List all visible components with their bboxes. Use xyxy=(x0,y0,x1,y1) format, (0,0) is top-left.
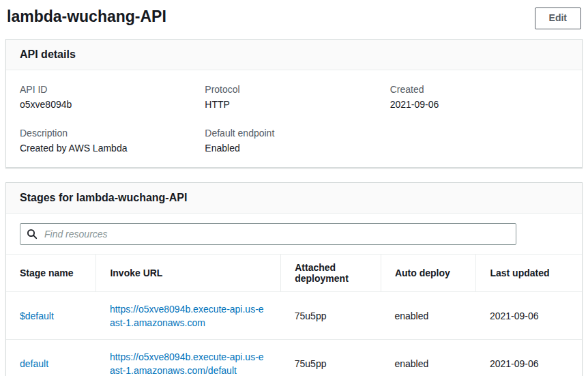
page-header: lambda-wuchang-API Edit xyxy=(5,5,583,39)
column-header-attached-deployment: Attached deployment xyxy=(281,254,381,291)
api-details-card: API details API ID o5xve8094b Protocol H… xyxy=(5,39,583,168)
stage-link[interactable]: default xyxy=(20,358,48,369)
stages-title: Stages for lambda-wuchang-API xyxy=(6,183,582,214)
stages-table: Stage name Invoke URL Attached deploymen… xyxy=(6,254,582,376)
column-header-invoke-url: Invoke URL xyxy=(96,254,281,291)
field-api-id-value: o5xve8094b xyxy=(20,99,198,110)
page: lambda-wuchang-API Edit API details API … xyxy=(0,0,588,376)
table-row: $default https://o5xve8094b.execute-api.… xyxy=(6,291,582,340)
field-description: Description Created by AWS Lambda xyxy=(20,128,198,154)
page-title: lambda-wuchang-API xyxy=(7,8,166,27)
column-header-stage-name: Stage name xyxy=(6,254,96,291)
attached-deployment-cell: 75u5pp xyxy=(281,340,381,376)
field-description-label: Description xyxy=(20,128,198,139)
last-updated-cell: 2021-09-06 xyxy=(476,291,582,340)
field-created-label: Created xyxy=(390,84,568,95)
invoke-url-link[interactable]: https://o5xve8094b.execute-api.us-east-1… xyxy=(110,304,264,328)
field-empty xyxy=(390,128,568,154)
column-header-auto-deploy: Auto deploy xyxy=(381,254,476,291)
column-header-last-updated: Last updated xyxy=(476,254,582,291)
field-api-id-label: API ID xyxy=(20,84,198,95)
attached-deployment-cell: 75u5pp xyxy=(281,291,381,340)
search-icon xyxy=(27,229,38,240)
search-box[interactable] xyxy=(20,223,516,245)
stage-link[interactable]: $default xyxy=(20,310,54,321)
field-created: Created 2021-09-06 xyxy=(390,84,568,110)
table-header-row: Stage name Invoke URL Attached deploymen… xyxy=(6,254,582,291)
table-row: default https://o5xve8094b.execute-api.u… xyxy=(6,340,582,376)
stages-card: Stages for lambda-wuchang-API Stage name… xyxy=(5,182,583,376)
field-description-value: Created by AWS Lambda xyxy=(20,143,198,154)
field-protocol: Protocol HTTP xyxy=(205,84,383,110)
field-default-endpoint-label: Default endpoint xyxy=(205,128,383,139)
auto-deploy-cell: enabled xyxy=(381,340,476,376)
api-details-title: API details xyxy=(6,40,582,70)
field-default-endpoint: Default endpoint Enabled xyxy=(205,128,383,154)
search-input[interactable] xyxy=(43,228,510,240)
last-updated-cell: 2021-09-06 xyxy=(476,340,582,376)
field-protocol-value: HTTP xyxy=(205,99,383,110)
api-details-body: API ID o5xve8094b Protocol HTTP Created … xyxy=(6,70,582,167)
edit-button[interactable]: Edit xyxy=(535,8,581,29)
auto-deploy-cell: enabled xyxy=(381,291,476,340)
invoke-url-link[interactable]: https://o5xve8094b.execute-api.us-east-1… xyxy=(110,351,264,376)
api-details-grid: API ID o5xve8094b Protocol HTTP Created … xyxy=(20,84,568,154)
stages-search-area xyxy=(6,214,582,254)
field-created-value: 2021-09-06 xyxy=(390,99,568,110)
field-protocol-label: Protocol xyxy=(205,84,383,95)
field-default-endpoint-value: Enabled xyxy=(205,143,383,154)
field-api-id: API ID o5xve8094b xyxy=(20,84,198,110)
